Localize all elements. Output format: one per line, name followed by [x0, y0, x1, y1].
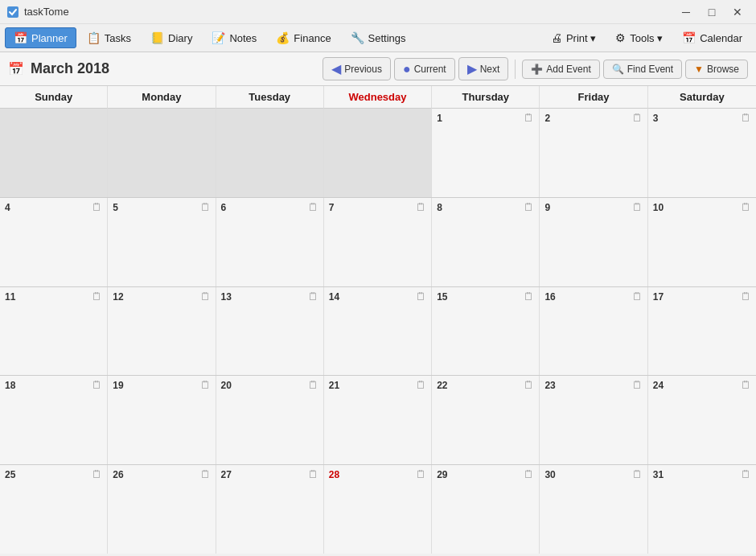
settings-icon: 🔧: [351, 31, 364, 44]
cal-day-25[interactable]: 25 🗒: [0, 465, 108, 554]
minimize-button[interactable]: ─: [674, 3, 698, 21]
toolbar-left: 📅 March 2018: [8, 60, 109, 77]
cal-day-18[interactable]: 18 🗒: [0, 376, 108, 464]
cal-day-30[interactable]: 30 🗒: [540, 465, 647, 554]
note-icon-16[interactable]: 🗒: [632, 290, 643, 303]
note-icon-2[interactable]: 🗒: [632, 112, 643, 124]
cal-day-29[interactable]: 29 🗒: [432, 465, 540, 554]
cal-day-16[interactable]: 16 🗒: [540, 287, 647, 376]
note-icon-31[interactable]: 🗒: [741, 468, 751, 480]
next-label: Next: [480, 64, 500, 75]
note-icon-28[interactable]: 🗒: [416, 468, 426, 480]
cal-day-1[interactable]: 1 🗒: [432, 109, 540, 197]
cal-day-28[interactable]: 28 🗒: [324, 465, 432, 554]
note-icon-9[interactable]: 🗒: [632, 201, 643, 213]
cal-day-14[interactable]: 14 🗒: [324, 287, 432, 376]
note-icon-27[interactable]: 🗒: [308, 468, 318, 480]
calendar-body: 1 🗒 2 🗒 3 🗒 4 🗒 5: [0, 109, 756, 554]
note-icon-22[interactable]: 🗒: [524, 379, 534, 391]
note-icon-29[interactable]: 🗒: [524, 468, 534, 480]
day-number-27: 27: [221, 469, 232, 480]
cal-day-4[interactable]: 4 🗒: [0, 198, 108, 286]
menu-item-tasks[interactable]: 📋 Tasks: [78, 27, 140, 48]
cal-day-11[interactable]: 11 🗒: [0, 287, 108, 376]
menu-item-settings[interactable]: 🔧 Settings: [342, 27, 415, 48]
calendar-toolbar: 📅 March 2018 ◀ Previous ● Current ▶ Next…: [0, 52, 756, 86]
note-icon-10[interactable]: 🗒: [741, 201, 751, 213]
cal-day-6[interactable]: 6 🗒: [216, 198, 324, 286]
cal-day-22[interactable]: 22 🗒: [432, 376, 540, 464]
note-icon-30[interactable]: 🗒: [632, 468, 643, 480]
cal-day-7[interactable]: 7 🗒: [324, 198, 432, 286]
cal-day-31[interactable]: 31 🗒: [648, 465, 756, 554]
cal-day-2[interactable]: 2 🗒: [540, 109, 647, 197]
note-icon-20[interactable]: 🗒: [308, 379, 318, 391]
day-number-1: 1: [437, 113, 442, 124]
note-icon-25[interactable]: 🗒: [92, 468, 102, 480]
menu-item-tools[interactable]: ⚙ Tools ▾: [606, 27, 672, 48]
note-icon-18[interactable]: 🗒: [92, 379, 102, 391]
day-number-16: 16: [544, 291, 555, 303]
cal-day-15[interactable]: 15 🗒: [432, 287, 540, 376]
cal-day-empty-4[interactable]: [324, 109, 432, 197]
menu-item-notes[interactable]: 📝 Notes: [203, 27, 265, 48]
cal-day-10[interactable]: 10 🗒: [648, 198, 756, 286]
cal-day-24[interactable]: 24 🗒: [648, 376, 756, 464]
cal-day-empty-2[interactable]: [108, 109, 216, 197]
cal-day-23[interactable]: 23 🗒: [540, 376, 647, 464]
close-button[interactable]: ✕: [725, 3, 750, 21]
menu-item-print[interactable]: 🖨 Print ▾: [542, 27, 605, 48]
cal-day-20[interactable]: 20 🗒: [216, 376, 324, 464]
note-icon-23[interactable]: 🗒: [632, 379, 643, 391]
header-monday: Monday: [108, 86, 216, 109]
note-icon-11[interactable]: 🗒: [92, 290, 102, 303]
day-number-13: 13: [221, 291, 232, 303]
cal-day-12[interactable]: 12 🗒: [108, 287, 216, 376]
menu-item-planner[interactable]: 📅 Planner: [5, 27, 76, 48]
maximize-button[interactable]: □: [700, 3, 724, 21]
note-icon-12[interactable]: 🗒: [200, 290, 211, 303]
note-icon-17[interactable]: 🗒: [741, 290, 751, 303]
note-icon-14[interactable]: 🗒: [416, 290, 426, 303]
note-icon-15[interactable]: 🗒: [524, 290, 534, 303]
cal-day-5[interactable]: 5 🗒: [108, 198, 216, 286]
menu-label-notes: Notes: [229, 32, 257, 44]
note-icon-6[interactable]: 🗒: [308, 201, 318, 213]
note-icon-21[interactable]: 🗒: [416, 379, 426, 391]
note-icon-1[interactable]: 🗒: [524, 112, 534, 124]
finance-icon: 💰: [276, 31, 290, 44]
note-icon-5[interactable]: 🗒: [200, 201, 211, 213]
find-event-button[interactable]: 🔍 Find Event: [603, 60, 682, 79]
menu-item-finance[interactable]: 💰 Finance: [267, 27, 339, 48]
note-icon-7[interactable]: 🗒: [416, 201, 426, 213]
add-event-button[interactable]: ➕ Add Event: [522, 60, 599, 79]
cal-day-27[interactable]: 27 🗒: [216, 465, 324, 554]
day-number-25: 25: [5, 469, 15, 480]
titlebar-controls: ─ □ ✕: [674, 3, 750, 21]
note-icon-26[interactable]: 🗒: [200, 468, 211, 480]
next-button[interactable]: ▶ Next: [458, 57, 509, 80]
note-icon-13[interactable]: 🗒: [308, 290, 318, 303]
cal-day-17[interactable]: 17 🗒: [648, 287, 756, 376]
cal-day-3[interactable]: 3 🗒: [648, 109, 756, 197]
note-icon-24[interactable]: 🗒: [741, 379, 751, 391]
cal-day-empty-3[interactable]: [216, 109, 324, 197]
note-icon-4[interactable]: 🗒: [92, 201, 102, 213]
note-icon-3[interactable]: 🗒: [741, 112, 751, 124]
previous-button[interactable]: ◀ Previous: [323, 57, 391, 80]
cal-day-13[interactable]: 13 🗒: [216, 287, 324, 376]
menu-item-calendar[interactable]: 📅 Calendar: [673, 27, 751, 48]
note-icon-19[interactable]: 🗒: [200, 379, 211, 391]
note-icon-8[interactable]: 🗒: [524, 201, 534, 213]
day-number-14: 14: [329, 291, 339, 303]
notes-icon: 📝: [212, 31, 225, 44]
cal-day-9[interactable]: 9 🗒: [540, 198, 647, 286]
cal-day-26[interactable]: 26 🗒: [108, 465, 216, 554]
cal-day-empty-1[interactable]: [0, 109, 108, 197]
current-button[interactable]: ● Current: [394, 58, 455, 80]
cal-day-8[interactable]: 8 🗒: [432, 198, 540, 286]
cal-day-19[interactable]: 19 🗒: [108, 376, 216, 464]
menu-item-diary[interactable]: 📒 Diary: [142, 27, 201, 48]
cal-day-21[interactable]: 21 🗒: [324, 376, 432, 464]
browse-button[interactable]: ▼ Browse: [685, 60, 748, 79]
